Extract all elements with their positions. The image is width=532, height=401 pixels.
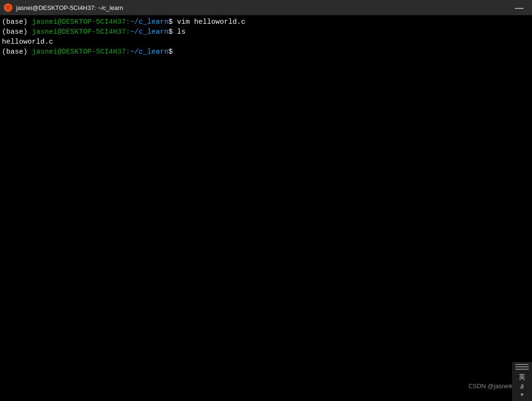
ime-line-1 [515, 364, 529, 365]
prompt-path-4: ~/c_learn [130, 47, 168, 57]
prompt-path-2: ~/c_learn [130, 27, 168, 37]
cmd-text-1: vim helloworld.c [177, 17, 245, 27]
terminal-body[interactable]: (base) jasnei@DESKTOP-5CI4H37:~/c_learn$… [0, 15, 532, 401]
ime-char-english[interactable]: 英 [519, 373, 525, 381]
ubuntu-icon [4, 3, 12, 12]
terminal-line-3: helloworld.c [2, 37, 530, 47]
title-bar: jasnei@DESKTOP-5CI4H37: ~/c_learn — [0, 0, 532, 15]
ime-line-2 [515, 366, 529, 367]
prompt-user-2: jasnei@DESKTOP-5CI4H37: [32, 27, 130, 37]
watermark: CSDN @jasneik [468, 382, 513, 390]
ime-dot: • [519, 392, 525, 399]
ime-line-3 [515, 369, 529, 370]
cmd-text-2: ls [177, 27, 186, 37]
title-bar-text: jasnei@DESKTOP-5CI4H37: ~/c_learn [16, 4, 528, 11]
prompt-path-1: ~/c_learn [130, 17, 168, 27]
prompt-dollar-1: $ [168, 17, 177, 27]
terminal-line-2: (base) jasnei@DESKTOP-5CI4H37:~/c_learn$… [2, 27, 530, 37]
ime-panel-lines [515, 364, 529, 370]
prompt-base-2: (base) [2, 27, 32, 37]
prompt-base-1: (base) [2, 17, 32, 27]
output-text-1: helloworld.c [2, 37, 53, 47]
ime-panel: 英 ∂ • [512, 362, 532, 401]
prompt-dollar-2: $ [168, 27, 177, 37]
prompt-dollar-4: $ [168, 47, 173, 57]
terminal-line-4: (base) jasnei@DESKTOP-5CI4H37:~/c_learn$ [2, 47, 530, 57]
prompt-user-4: jasnei@DESKTOP-5CI4H37: [32, 47, 130, 57]
terminal-line-1: (base) jasnei@DESKTOP-5CI4H37:~/c_learn$… [2, 17, 530, 27]
prompt-base-4: (base) [2, 47, 32, 57]
prompt-user-1: jasnei@DESKTOP-5CI4H37: [32, 17, 130, 27]
minimize-button[interactable]: — [511, 3, 527, 12]
